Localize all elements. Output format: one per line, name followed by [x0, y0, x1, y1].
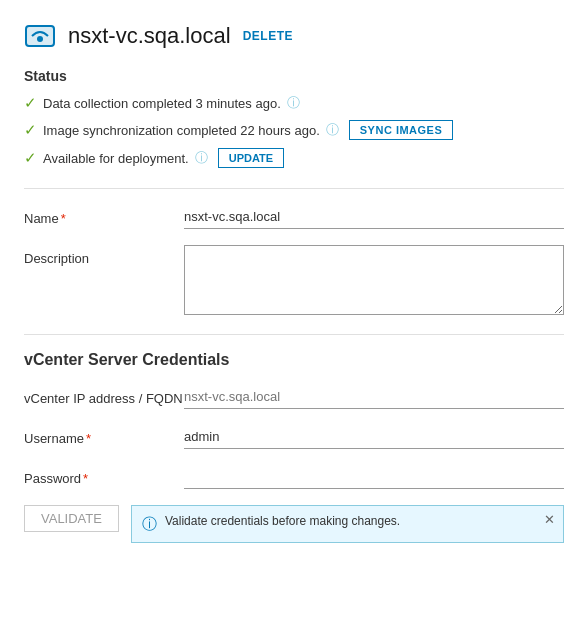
status-section: Status ✓ Data collection completed 3 min… — [24, 68, 564, 168]
info-icon-1[interactable]: ⓘ — [287, 94, 300, 112]
credentials-title: vCenter Server Credentials — [24, 351, 564, 369]
description-label: Description — [24, 245, 184, 266]
name-input[interactable] — [184, 205, 564, 229]
name-row: Name* — [24, 205, 564, 229]
status-text-2: Image synchronization completed 22 hours… — [43, 123, 320, 138]
vcenter-icon — [24, 20, 56, 52]
description-field-container — [184, 245, 564, 318]
update-button[interactable]: UPDATE — [218, 148, 284, 168]
divider-1 — [24, 188, 564, 189]
banner-close-icon[interactable]: ✕ — [544, 512, 555, 527]
password-label: Password* — [24, 465, 184, 486]
ip-input[interactable] — [184, 385, 564, 409]
status-row-2: ✓ Image synchronization completed 22 hou… — [24, 120, 564, 140]
check-icon-2: ✓ — [24, 121, 37, 139]
info-icon-2[interactable]: ⓘ — [326, 121, 339, 139]
password-required-star: * — [83, 471, 88, 486]
credentials-section: vCenter Server Credentials vCenter IP ad… — [24, 351, 564, 543]
username-input[interactable] — [184, 425, 564, 449]
password-row: Password* — [24, 465, 564, 489]
username-label: Username* — [24, 425, 184, 446]
name-field-container — [184, 205, 564, 229]
divider-2 — [24, 334, 564, 335]
delete-link[interactable]: DELETE — [243, 29, 293, 43]
ip-field-container — [184, 385, 564, 409]
status-text-3: Available for deployment. — [43, 151, 189, 166]
status-row-3: ✓ Available for deployment. ⓘ UPDATE — [24, 148, 564, 168]
description-row: Description — [24, 245, 564, 318]
sync-images-button[interactable]: SYNC IMAGES — [349, 120, 454, 140]
info-icon-3[interactable]: ⓘ — [195, 149, 208, 167]
check-icon-1: ✓ — [24, 94, 37, 112]
validate-row: VALIDATE ⓘ Validate credentials before m… — [24, 505, 564, 543]
ip-row: vCenter IP address / FQDN — [24, 385, 564, 409]
status-row-1: ✓ Data collection completed 3 minutes ag… — [24, 94, 564, 112]
username-required-star: * — [86, 431, 91, 446]
description-input[interactable] — [184, 245, 564, 315]
check-icon-3: ✓ — [24, 149, 37, 167]
password-input[interactable] — [184, 465, 564, 489]
username-field-container — [184, 425, 564, 449]
banner-text: Validate credentials before making chang… — [165, 514, 400, 528]
password-field-container — [184, 465, 564, 489]
info-banner: ⓘ Validate credentials before making cha… — [131, 505, 564, 543]
username-row: Username* — [24, 425, 564, 449]
page-title: nsxt-vc.sqa.local — [68, 23, 231, 49]
name-required-star: * — [61, 211, 66, 226]
svg-point-2 — [37, 36, 43, 42]
page-header: nsxt-vc.sqa.local DELETE — [24, 20, 564, 52]
banner-info-icon: ⓘ — [142, 515, 157, 534]
name-label: Name* — [24, 205, 184, 226]
status-text-1: Data collection completed 3 minutes ago. — [43, 96, 281, 111]
ip-label: vCenter IP address / FQDN — [24, 385, 184, 406]
validate-button[interactable]: VALIDATE — [24, 505, 119, 532]
status-label: Status — [24, 68, 564, 84]
